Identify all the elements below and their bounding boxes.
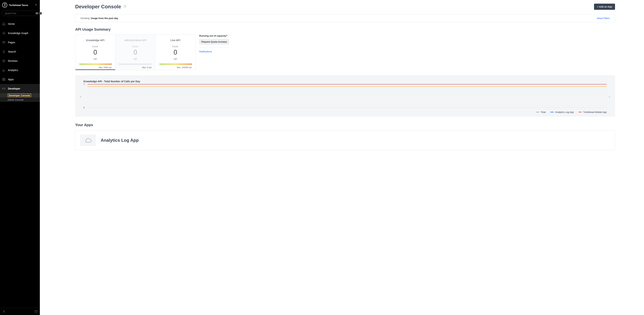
chart-threshold-red xyxy=(88,84,607,85)
add-app-button[interactable]: + Add an App xyxy=(594,4,615,10)
user-icon[interactable] xyxy=(2,310,6,313)
apps-icon xyxy=(2,78,6,81)
legend-turtlehead-label: Turtlehead Mobile App xyxy=(583,111,607,113)
nav-search[interactable]: Search xyxy=(0,47,40,56)
chart-legend: Total Analytics Log App Turtlehead Mobil… xyxy=(84,111,607,113)
nav-analytics-label: Analytics xyxy=(8,69,18,72)
sidebar-footer xyxy=(0,308,40,315)
card-admin-api[interactable]: Administrative API PEAK 0 rph Max: 0 rph xyxy=(115,35,156,70)
svg-point-3 xyxy=(4,34,5,34)
request-quota-button[interactable]: Request Quota Increase xyxy=(199,39,229,45)
svg-rect-8 xyxy=(4,80,5,81)
nav-kg-label: Knowledge Graph xyxy=(8,32,28,35)
chart-title: Knowledge API - Total Number of Calls pe… xyxy=(84,80,607,83)
card-admin-unit: rph xyxy=(118,58,153,60)
primary-nav: Home Knowledge Graph Pages Search Review… xyxy=(0,19,40,308)
nav-developer[interactable]: Developer xyxy=(0,84,40,93)
svg-rect-7 xyxy=(2,80,4,81)
home-icon xyxy=(2,22,6,26)
api-cards: Knowledge API PEAK 0 rph Max: 5000 rph A… xyxy=(75,35,196,70)
quick-find-field[interactable] xyxy=(5,12,35,15)
card-knowledge-title: Knowledge API xyxy=(78,39,113,42)
sidebar-header: YEXT Turtlehead Tacos xyxy=(0,0,40,10)
nav-reviews[interactable]: Reviews xyxy=(0,56,40,66)
legend-analytics-label: Analytics Log App xyxy=(555,111,574,113)
card-admin-peak-label: PEAK xyxy=(118,46,153,48)
bulb-icon xyxy=(2,50,6,53)
card-knowledge-value: 0 xyxy=(78,49,113,56)
filter-bar: Showing: Usage from the past day Show Fi… xyxy=(75,14,615,22)
card-admin-title: Administrative API xyxy=(118,39,153,42)
yext-logo: YEXT xyxy=(2,3,7,8)
chart-plot-area xyxy=(88,84,607,108)
show-filters-link[interactable]: Show Filters xyxy=(597,17,610,20)
running-out-label: Running out of capacity? xyxy=(199,35,229,37)
svg-point-2 xyxy=(4,32,5,33)
card-admin-max: Max: 0 rph xyxy=(118,66,153,69)
kbd-cmd: ⌘ xyxy=(35,12,38,15)
nav-search-label: Search xyxy=(8,50,16,53)
subnav-devconsole-label: Developer Console xyxy=(8,94,31,97)
card-knowledge-api[interactable]: Knowledge API PEAK 0 rph Max: 5000 rph xyxy=(75,35,115,70)
cloud-icon xyxy=(80,135,96,146)
legend-total: Total xyxy=(536,111,546,113)
favorite-star-icon[interactable] xyxy=(123,5,126,9)
card-knowledge-max: Max: 5000 rph xyxy=(78,66,113,69)
developer-subnav: Developer Console Admin Console xyxy=(0,93,40,102)
quick-find-input[interactable]: ⌘ K xyxy=(2,11,38,16)
sidebar: YEXT Turtlehead Tacos ⌘ K Home Knowledge… xyxy=(0,0,40,315)
chart-threshold-yellow xyxy=(88,87,607,87)
svg-rect-4 xyxy=(3,41,5,43)
nav-apps[interactable]: Apps xyxy=(0,75,40,84)
card-knowledge-peak-label: PEAK xyxy=(78,46,113,48)
notifications-link[interactable]: Notifications xyxy=(199,50,212,53)
divider xyxy=(199,48,229,48)
legend-turtlehead: Turtlehead Mobile App xyxy=(578,111,607,113)
your-apps-heading: Your Apps xyxy=(75,123,615,127)
nav-home-label: Home xyxy=(8,23,15,25)
svg-point-9 xyxy=(3,310,4,311)
quota-side-panel: Running out of capacity? Request Quota I… xyxy=(199,35,229,70)
svg-point-1 xyxy=(2,33,3,33)
pages-icon xyxy=(2,41,6,44)
chart-panel: Knowledge API - Total Number of Calls pe… xyxy=(75,75,615,117)
chart-body: Knowledge API - Total Number of Calls pe… xyxy=(84,80,607,113)
chart-y-max: 1 xyxy=(84,83,85,85)
subnav-admin-console[interactable]: Admin Console xyxy=(0,98,40,102)
legend-analytics: Analytics Log App xyxy=(550,111,574,113)
analytics-icon xyxy=(2,69,6,72)
showing-value: Usage from the past day xyxy=(91,17,118,20)
card-live-title: Live API xyxy=(158,39,193,42)
card-admin-value: 0 xyxy=(118,49,153,56)
nav-pages-label: Pages xyxy=(8,41,15,44)
nav-apps-label: Apps xyxy=(8,78,14,81)
main-content: Developer Console + Add an App Showing: … xyxy=(40,0,644,315)
your-apps-section: Your Apps Analytics Log App xyxy=(75,123,615,150)
app-name: Analytics Log App xyxy=(101,138,139,143)
card-live-max: Max: 100000 rph xyxy=(158,66,193,69)
card-live-value: 0 xyxy=(158,49,193,56)
help-icon[interactable] xyxy=(34,310,38,313)
api-usage-heading: API Usage Summary xyxy=(75,27,615,32)
page-title: Developer Console xyxy=(75,4,121,10)
nav-home[interactable]: Home xyxy=(0,19,40,29)
star-icon xyxy=(2,59,6,63)
chart-prev-button[interactable] xyxy=(79,80,83,113)
svg-rect-6 xyxy=(4,78,5,79)
app-card[interactable]: Analytics Log App xyxy=(75,130,615,150)
back-arrow-icon[interactable] xyxy=(34,3,38,7)
subnav-developer-console[interactable]: Developer Console xyxy=(0,93,40,98)
subnav-adminconsole-label: Admin Console xyxy=(8,98,24,101)
svg-rect-5 xyxy=(2,78,4,79)
showing-label: Showing: xyxy=(80,17,91,20)
nav-pages[interactable]: Pages xyxy=(0,38,40,47)
page-header: Developer Console + Add an App xyxy=(75,4,615,10)
card-live-api[interactable]: Live API PEAK 0 rph Max: 100000 rph xyxy=(156,35,196,70)
code-icon xyxy=(2,87,6,90)
card-knowledge-unit: rph xyxy=(78,58,113,60)
card-live-bar xyxy=(159,64,192,65)
nav-analytics[interactable]: Analytics xyxy=(0,66,40,75)
card-admin-bar xyxy=(118,64,152,65)
nav-knowledge-graph[interactable]: Knowledge Graph xyxy=(0,29,40,38)
chart-next-button[interactable] xyxy=(608,80,612,113)
